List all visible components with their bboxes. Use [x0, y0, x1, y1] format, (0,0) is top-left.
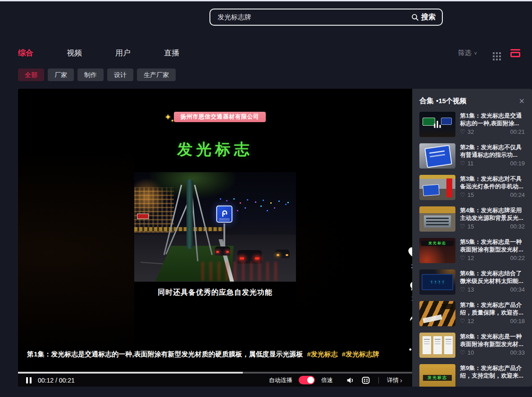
- video-thumbnail: [419, 269, 455, 295]
- single-column-view-rect: [510, 52, 520, 57]
- collection-item[interactable]: 第4集：发光标志牌采用主动发光源和背景反光... ♡ 15 00:32: [419, 206, 525, 232]
- filter-chip[interactable]: 设计: [107, 68, 133, 81]
- heart-outline-icon: ♡: [460, 192, 465, 198]
- single-column-view-icon[interactable]: [510, 49, 520, 57]
- result-tabs: 综合 视频 用户 直播: [18, 48, 179, 58]
- item-duration: 00:32: [510, 223, 525, 230]
- filter-button[interactable]: 筛选 ˅: [458, 49, 477, 57]
- item-body: 第3集：发光标志对不具备远光灯条件的非机动... ♡ 15 00:24: [460, 175, 525, 200]
- item-duration: 00:34: [510, 286, 525, 293]
- heart-outline-icon: ♡: [460, 160, 465, 167]
- filter-chip[interactable]: 全部: [18, 68, 44, 81]
- video-overlay-title: 发光标志: [134, 139, 296, 160]
- tab[interactable]: 用户: [115, 48, 131, 58]
- video-thumbnail: [419, 206, 455, 232]
- collection-item[interactable]: 第7集：发光标志产品介绍，质量保障，欢迎咨... ♡ 12 00:18: [419, 301, 525, 326]
- item-title: 第3集：发光标志对不具备远光灯条件的非机动...: [460, 175, 525, 190]
- video-thumbnail: [419, 143, 455, 169]
- details-button[interactable]: 详情 ›: [387, 376, 402, 384]
- collection-item[interactable]: 第5集：发光标志是一种表面附涂有新型发光材... ♡ 12 00:22: [419, 238, 525, 263]
- search-icon: [411, 14, 419, 21]
- uturn-arrow-icon: [220, 209, 229, 218]
- item-meta: ♡ 12 00:18: [460, 318, 525, 324]
- grid-view-icon[interactable]: [493, 52, 495, 54]
- shop-sign: [137, 214, 149, 219]
- collection-item[interactable]: 第6集：发光标志结合了微米级反光材料太阳能... ♡ 13 00:34: [419, 269, 525, 295]
- uturn-sign: [216, 205, 232, 223]
- autoplay-toggle[interactable]: [299, 376, 315, 384]
- tree-trunk: [186, 179, 193, 249]
- filter-chip[interactable]: 厂家: [48, 68, 74, 81]
- search-input[interactable]: [218, 14, 411, 21]
- collection-item[interactable]: 第3集：发光标志对不具备远光灯条件的非机动... ♡ 15 00:24: [419, 175, 525, 200]
- details-label: 详情: [387, 376, 399, 384]
- page: 搜索 综合 视频 用户 直播 筛选 ˅ 全部 厂家 制作: [0, 0, 532, 397]
- yellow-fence: [134, 227, 225, 231]
- pause-button[interactable]: [26, 377, 32, 383]
- video-player[interactable]: ✦✦ 扬州市恩信交通器材有限公司 发光标志: [18, 89, 532, 387]
- collection-item[interactable]: 第9集：发光标志产品介绍，支持定制，欢迎来...: [419, 364, 525, 387]
- search-button[interactable]: 搜索: [411, 13, 436, 22]
- collection-item[interactable]: 第8集：发光标志是一种表面附涂有新型发光材... ♡ 10 00:33: [419, 333, 525, 358]
- tab[interactable]: 综合: [18, 48, 33, 58]
- item-title: 第5集：发光标志是一种表面附涂有新型发光材...: [460, 238, 525, 253]
- video-banner-row: ✦✦ 扬州市恩信交通器材有限公司: [134, 112, 296, 122]
- theater-mode-icon[interactable]: [361, 376, 370, 385]
- video-thumbnail: [419, 175, 455, 200]
- item-like-count: 11: [468, 160, 474, 167]
- collection-item[interactable]: 第2集：发光标志不仅具有普通标志的指示功... ♡ 11 00:19: [419, 143, 525, 169]
- collection-count: •15个视频: [436, 97, 466, 105]
- volume-icon[interactable]: [346, 376, 355, 385]
- view-controls: 筛选 ˅: [458, 49, 520, 57]
- car: [275, 250, 290, 258]
- collection-panel: 合集 •15个视频 ✕ 第1集：发光标志是交通标志的一种,表面附涂... ♡: [412, 89, 532, 387]
- item-body: 第2集：发光标志不仅具有普通标志的指示功... ♡ 11 00:19: [460, 143, 525, 169]
- speed-button[interactable]: 倍速: [321, 376, 333, 384]
- sign-pole: [223, 224, 225, 250]
- search-box: 搜索: [209, 9, 443, 26]
- item-body: 第1集：发光标志是交通标志的一种,表面附涂... ♡ 32 00:21: [460, 112, 525, 137]
- video-thumbnail: [419, 364, 455, 387]
- item-duration: 00:24: [510, 192, 525, 198]
- item-meta: ♡ 12 00:22: [460, 255, 525, 261]
- item-meta: ♡ 15 00:24: [460, 192, 525, 198]
- player-controls: 00:12 / 00:21 自动连播 倍速: [18, 372, 412, 387]
- video-frame: ✦✦ 扬州市恩信交通器材有限公司 发光标志: [134, 89, 296, 375]
- filter-chips: 全部 厂家 制作 设计 生产厂家: [18, 68, 176, 81]
- collection-item[interactable]: 第1集：发光标志是交通标志的一种,表面附涂... ♡ 32 00:21: [419, 112, 525, 137]
- item-body: 第4集：发光标志牌采用主动发光源和背景反光... ♡ 15 00:32: [460, 206, 525, 232]
- heart-outline-icon: ♡: [460, 223, 465, 230]
- item-like-count: 12: [468, 255, 474, 261]
- collection-header: 合集 •15个视频 ✕: [412, 89, 532, 112]
- filter-chip[interactable]: 生产厂家: [137, 68, 176, 81]
- heart-outline-icon: ♡: [460, 349, 465, 356]
- hashtag-link[interactable]: #发光标志牌: [342, 350, 379, 358]
- item-meta: ♡ 10 00:33: [460, 349, 525, 356]
- item-duration: 00:22: [510, 255, 525, 261]
- video-thumbnail: [419, 112, 455, 137]
- tab[interactable]: 视频: [67, 48, 82, 58]
- item-title: 第2集：发光标志不仅具有普通标志的指示功...: [460, 143, 525, 159]
- filter-label: 筛选: [458, 49, 472, 57]
- video-subtitle: 同时还具备优秀的应急自发光功能: [134, 288, 296, 297]
- search-button-label: 搜索: [421, 13, 436, 22]
- item-body: 第5集：发光标志是一种表面附涂有新型发光材... ♡ 12 00:22: [460, 238, 525, 263]
- item-duration: 00:21: [510, 128, 525, 135]
- hashtag-link[interactable]: #发光标志: [307, 350, 338, 358]
- heart-outline-icon: ♡: [460, 255, 465, 261]
- autoplay-label: 自动连播: [269, 376, 292, 384]
- chevron-right-icon: ›: [400, 376, 402, 384]
- close-icon[interactable]: ✕: [519, 98, 525, 105]
- item-body: 第7集：发光标志产品介绍，质量保障，欢迎咨... ♡ 12 00:18: [460, 301, 525, 326]
- item-meta: ♡ 13 00:34: [460, 286, 525, 293]
- item-duration: 00:33: [510, 349, 525, 356]
- tab[interactable]: 直播: [164, 48, 179, 58]
- item-title: 第7集：发光标志产品介绍，质量保障，欢迎咨...: [460, 301, 525, 316]
- filter-chip[interactable]: 制作: [77, 68, 104, 81]
- heart-outline-icon: ♡: [460, 318, 465, 324]
- collection-list: 第1集：发光标志是交通标志的一种,表面附涂... ♡ 32 00:21: [412, 112, 532, 387]
- item-title: 第6集：发光标志结合了微米级反光材料太阳能...: [460, 269, 525, 285]
- heart-outline-icon: ♡: [460, 128, 465, 135]
- taillight-reflections: [201, 262, 282, 281]
- video-scene: [134, 172, 296, 282]
